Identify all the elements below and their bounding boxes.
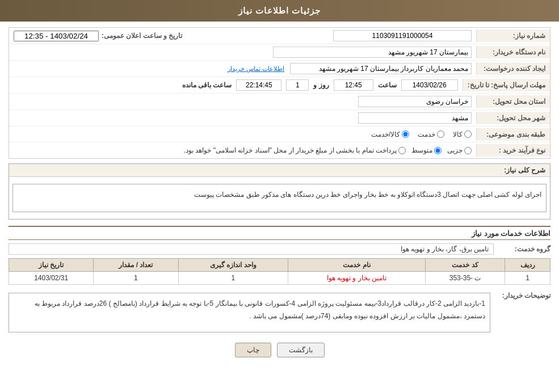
category-kala-khedmat[interactable]: کالا/خدمت <box>371 130 409 138</box>
province-label: استان محل تحویل: <box>476 95 550 108</box>
col-row-num: ردیف <box>505 259 550 272</box>
cell-unit: 1 <box>178 272 288 285</box>
buyer-org-input[interactable] <box>273 47 472 58</box>
province-input[interactable] <box>358 96 472 107</box>
remaining-label: ساعت باقی مانده <box>182 81 232 89</box>
category-khedmat-label: خدمت <box>418 130 435 138</box>
deadline-time-input[interactable] <box>334 79 373 91</box>
col-date: تاریخ نیاز <box>9 259 94 272</box>
col-unit: واحد اندازه گیری <box>178 259 288 272</box>
category-radio-group: کالا خدمت کالا/خدمت <box>14 130 472 138</box>
category-kala-khedmat-label: کالا/خدمت <box>371 130 400 138</box>
service-group-row: گروه خدمت: تامین برق، گاز، بخار و تهویه … <box>9 243 550 255</box>
cell-date: 1403/02/31 <box>9 272 94 285</box>
process-label: نوع فرآیند خرید : <box>476 144 550 157</box>
general-description-section: شرح کلی نیاز: اجرای لوله کشی اصلی جهت ات… <box>9 163 550 220</box>
general-description-box: اجرای لوله کشی اصلی جهت اتصال 3دستگاه ات… <box>12 184 547 212</box>
need-number-input[interactable] <box>333 30 472 41</box>
table-row: 1 ت -35-353 تامین بخار و تهویه هوا 1 1 1… <box>9 272 550 285</box>
buyer-notes-section: توضیحات خریدار: 1-بازدید الزامی 2-کار در… <box>9 289 550 336</box>
cell-service-name: تامین بخار و تهویه هوا <box>288 272 426 285</box>
back-button[interactable]: بازگشت <box>277 343 325 357</box>
services-section-heading: اطلاعات خدمات مورد نیاز <box>472 229 550 238</box>
process-jozi[interactable]: جزیی <box>447 146 472 154</box>
action-buttons: بازگشت چاپ <box>9 343 550 357</box>
buyer-notes-text: 1-بازدید الزامی 2-کار درقالب قرارداد3-بی… <box>35 300 485 320</box>
process-esnad-label: پرداخت تمام یا بخشی از مبلغ خریدار از مح… <box>184 146 397 154</box>
col-service-code: کد خدمت <box>425 259 505 272</box>
announce-datetime-label: تاریخ و ساعت اعلان عمومی: <box>102 32 182 40</box>
process-motavasset[interactable]: متوسط <box>411 146 442 154</box>
services-table: ردیف کد خدمت نام خدمت واحد اندازه گیری ت… <box>9 258 550 285</box>
city-label: شهر محل تحویل: <box>476 112 550 124</box>
announce-datetime-input[interactable] <box>14 31 99 41</box>
contact-info-link[interactable]: اطلاعات تماس خریدار <box>228 65 284 73</box>
category-khedmat[interactable]: خدمت <box>418 130 444 138</box>
service-group-value: تامین برق، گاز، بخار و تهویه هوا <box>9 243 494 255</box>
cell-row-num: 1 <box>505 272 550 285</box>
page-title: جزئیات اطلاعات نیاز <box>238 6 321 15</box>
page-header: جزئیات اطلاعات نیاز <box>0 0 559 22</box>
buyer-org-label: نام دستگاه خریدار: <box>476 46 550 58</box>
general-description-title: شرح کلی نیاز: <box>9 164 550 177</box>
services-info-title <box>9 224 550 227</box>
print-button[interactable]: چاپ <box>235 343 271 357</box>
col-quantity: تعداد / مقدار <box>94 259 178 272</box>
process-motavasset-label: متوسط <box>411 146 432 154</box>
time-label: ساعت <box>378 81 397 89</box>
deadline-days-input[interactable] <box>286 79 309 91</box>
service-group-label: گروه خدمت: <box>494 245 550 253</box>
category-label: طبقه بندی موضوعی: <box>476 128 550 141</box>
creator-input[interactable] <box>290 63 472 74</box>
creator-label: ایجاد کننده درخواست: <box>476 62 550 75</box>
general-description-text: اجرای لوله کشی اصلی جهت اتصال 3دستگاه ات… <box>194 191 541 199</box>
cell-service-code: ت -35-353 <box>425 272 505 285</box>
category-kala[interactable]: کالا <box>453 130 472 138</box>
deadline-label: مهلت ارسال پاسخ: تا تاریخ: <box>463 79 550 91</box>
process-esnad[interactable]: پرداخت تمام یا بخشی از مبلغ خریدار از مح… <box>184 146 406 154</box>
city-input[interactable] <box>358 112 472 124</box>
buyer-notes-box: 1-بازدید الزامی 2-کار درقالب قرارداد3-بی… <box>9 293 490 332</box>
need-number-label: شماره نیاز: <box>476 29 550 42</box>
col-service-name: نام خدمت <box>288 259 426 272</box>
category-kala-label: کالا <box>453 130 463 138</box>
deadline-date-input[interactable] <box>401 79 458 91</box>
buyer-notes-label: توضیحات خریدار: <box>494 289 550 300</box>
day-label: روز و <box>313 81 329 89</box>
process-jozi-label: جزیی <box>447 146 463 154</box>
deadline-remaining-input[interactable] <box>236 79 281 91</box>
cell-quantity: 1 <box>94 272 178 285</box>
